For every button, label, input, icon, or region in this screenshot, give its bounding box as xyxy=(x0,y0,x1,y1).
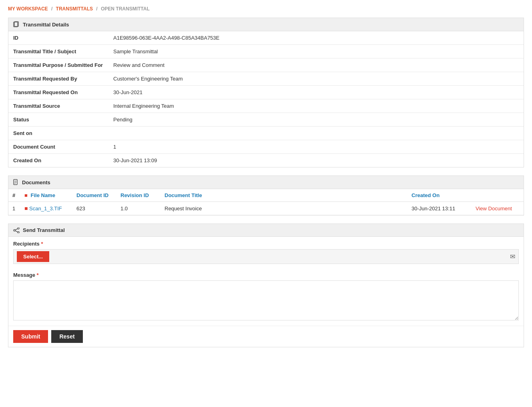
detail-value: Review and Comment xyxy=(108,58,524,72)
doc-filename: ■ Scan_1_3.TIF xyxy=(20,202,72,215)
select-button[interactable]: Select... xyxy=(17,251,49,262)
doc-created-on: 30-Jun-2021 13:11 xyxy=(408,202,472,215)
detail-label: Created On xyxy=(8,154,108,167)
detail-row-3: Transmittal Requested By Customer's Engi… xyxy=(8,72,524,86)
recipients-label: Recipients * xyxy=(13,241,519,247)
doc-row-0: 1 ■ Scan_1_3.TIF 623 1.0 Request Invoice… xyxy=(8,202,524,215)
documents-table-header-row: # ■ File Name Document ID Revision ID Do… xyxy=(8,189,524,202)
documents-header: Documents xyxy=(8,176,524,189)
share-icon xyxy=(13,228,20,233)
doc-revision-id: 1.0 xyxy=(116,202,161,215)
documents-section: Documents # ■ File Name Document ID Revi… xyxy=(8,175,524,216)
detail-value: Sample Transmittal xyxy=(108,45,524,58)
detail-label: Status xyxy=(8,113,108,127)
detail-row-0: ID A1E98596-063E-4AA2-A498-C85A34BA753E xyxy=(8,31,524,45)
breadcrumb-my-workspace[interactable]: MY WORKSPACE xyxy=(8,6,48,12)
message-group: Message * xyxy=(8,268,524,326)
detail-label: Transmittal Title / Subject xyxy=(8,45,108,58)
send-transmittal-header: Send Transmittal xyxy=(8,224,524,237)
svg-line-9 xyxy=(15,229,18,230)
detail-label: ID xyxy=(8,31,108,45)
breadcrumb-transmittals[interactable]: TRANSMITTALS xyxy=(56,6,93,12)
col-header-filename[interactable]: ■ File Name xyxy=(20,189,72,202)
detail-row-7: Sent on xyxy=(8,127,524,140)
detail-label: Transmittal Purpose / Submitted For xyxy=(8,58,108,72)
col-header-revid[interactable]: Revision ID xyxy=(116,189,161,202)
detail-row-4: Transmittal Requested On 30-Jun-2021 xyxy=(8,86,524,99)
doc-filename-link[interactable]: Scan_1_3.TIF xyxy=(29,206,62,212)
detail-value xyxy=(108,127,524,140)
action-row: Submit Reset xyxy=(8,326,524,347)
transmittal-details-section: Transmittal Details ID A1E98596-063E-4AA… xyxy=(8,18,524,167)
svg-line-10 xyxy=(15,231,18,232)
transmittal-icon xyxy=(13,21,20,28)
detail-value: A1E98596-063E-4AA2-A498-C85A34BA753E xyxy=(108,31,524,45)
recipients-group: Recipients * Select... ✉ xyxy=(8,237,524,268)
transmittal-details-header: Transmittal Details xyxy=(8,18,524,31)
detail-label: Transmittal Source xyxy=(8,99,108,113)
recipients-required-star: * xyxy=(41,241,43,247)
detail-row-8: Document Count 1 xyxy=(8,140,524,154)
breadcrumb: MY WORKSPACE / TRANSMITTALS / OPEN TRANS… xyxy=(8,6,524,12)
detail-row-2: Transmittal Purpose / Submitted For Revi… xyxy=(8,58,524,72)
detail-label: Document Count xyxy=(8,140,108,154)
svg-point-8 xyxy=(14,230,15,231)
mail-icon: ✉ xyxy=(510,253,515,260)
detail-label: Transmittal Requested On xyxy=(8,86,108,99)
breadcrumb-current: OPEN TRANSMITTAL xyxy=(101,6,150,12)
detail-value: 30-Jun-2021 xyxy=(108,86,524,99)
svg-point-6 xyxy=(18,228,19,229)
transmittal-details-table: ID A1E98596-063E-4AA2-A498-C85A34BA753E … xyxy=(8,31,524,167)
svg-point-7 xyxy=(18,232,19,233)
file-name-icon: ■ xyxy=(24,192,28,198)
detail-row-1: Transmittal Title / Subject Sample Trans… xyxy=(8,45,524,58)
col-header-action xyxy=(472,189,524,202)
documents-title: Documents xyxy=(22,179,50,185)
recipients-input[interactable] xyxy=(52,252,507,261)
send-transmittal-section: Send Transmittal Recipients * Select... … xyxy=(8,224,524,347)
doc-id: 623 xyxy=(72,202,116,215)
detail-value: Internal Engineering Team xyxy=(108,99,524,113)
documents-table: # ■ File Name Document ID Revision ID Do… xyxy=(8,189,524,215)
documents-icon xyxy=(13,179,19,185)
detail-row-5: Transmittal Source Internal Engineering … xyxy=(8,99,524,113)
transmittal-details-title: Transmittal Details xyxy=(23,22,69,28)
col-header-docid[interactable]: Document ID xyxy=(72,189,116,202)
detail-row-6: Status Pending xyxy=(8,113,524,127)
doc-action: View Document xyxy=(472,202,524,215)
message-required-star: * xyxy=(37,272,39,278)
detail-value: 30-Jun-2021 13:09 xyxy=(108,154,524,167)
message-label: Message * xyxy=(13,272,519,278)
reset-button[interactable]: Reset xyxy=(51,330,82,343)
submit-button[interactable]: Submit xyxy=(13,330,48,343)
detail-value: 1 xyxy=(108,140,524,154)
message-textarea[interactable] xyxy=(13,280,519,320)
doc-title: Request Invoice xyxy=(161,202,408,215)
recipients-row: Select... ✉ xyxy=(13,249,519,264)
col-header-num: # xyxy=(8,189,20,202)
detail-value: Customer's Engineering Team xyxy=(108,72,524,86)
doc-num: 1 xyxy=(8,202,20,215)
send-transmittal-title: Send Transmittal xyxy=(23,227,65,233)
col-header-createdon[interactable]: Created On xyxy=(408,189,472,202)
detail-row-9: Created On 30-Jun-2021 13:09 xyxy=(8,154,524,167)
view-document-link[interactable]: View Document xyxy=(476,206,512,212)
col-header-doctitle[interactable]: Document Title xyxy=(161,189,408,202)
detail-label: Sent on xyxy=(8,127,108,140)
file-icon: ■ xyxy=(24,205,28,212)
detail-value: Pending xyxy=(108,113,524,127)
detail-label: Transmittal Requested By xyxy=(8,72,108,86)
